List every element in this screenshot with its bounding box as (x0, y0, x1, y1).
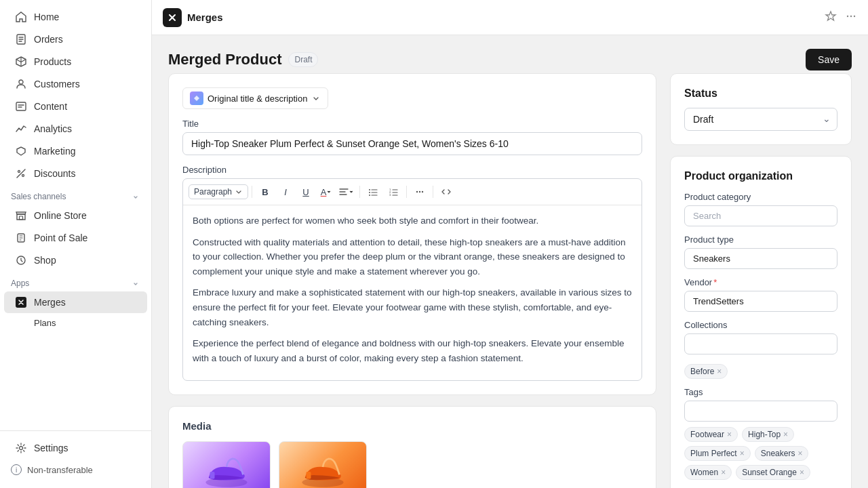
topbar-title: Merges (187, 12, 223, 23)
more-formatting-button[interactable] (410, 183, 429, 201)
tag-footwear-remove[interactable]: × (727, 430, 732, 439)
info-icon: i (11, 464, 22, 475)
sidebar-item-discounts[interactable]: Discounts (4, 163, 147, 184)
tag-sneakers: Sneakers × (755, 446, 809, 461)
toolbar-separator-4 (433, 186, 433, 198)
sidebar-item-shop[interactable]: Shop (4, 249, 147, 271)
category-search-input[interactable] (684, 205, 837, 226)
sidebar-item-merges[interactable]: Merges (4, 291, 147, 313)
toolbar-separator-2 (359, 186, 360, 198)
settings-icon (15, 442, 27, 454)
content-para-1: Both options are perfect for women who s… (193, 214, 632, 228)
right-column: Status Draft Active Product organization… (670, 73, 852, 488)
bold-button[interactable]: B (256, 183, 275, 201)
status-select[interactable]: Draft Active (684, 108, 837, 131)
underline-button[interactable]: U (296, 183, 315, 201)
collections-label: Collections (684, 320, 837, 330)
title-field-label: Title (182, 119, 642, 129)
collections-input[interactable] (684, 333, 837, 354)
tag-women-remove[interactable]: × (721, 468, 726, 476)
toolbar-select-label: Original title & description (208, 94, 307, 104)
sidebar-item-point-of-sale[interactable]: Point of Sale (4, 227, 147, 249)
products-icon (15, 56, 27, 68)
description-field-group: Description Paragraph B I U (182, 165, 642, 381)
tags-input[interactable] (684, 401, 837, 422)
pos-icon (15, 232, 27, 244)
sidebar-item-orders[interactable]: Orders (4, 28, 147, 50)
bullet-list-button[interactable] (363, 183, 382, 201)
marketing-icon (15, 145, 27, 157)
editor-card: Original title & description Title Descr… (168, 73, 656, 395)
before-tag-remove[interactable]: × (717, 367, 722, 375)
before-tag: Before × (684, 364, 728, 379)
title-description-select[interactable]: Original title & description (182, 87, 328, 109)
sidebar-item-analytics[interactable]: Analytics (4, 118, 147, 140)
italic-button[interactable]: I (276, 183, 295, 201)
sidebar: Home Orders Products Customers Content (0, 0, 152, 488)
tag-high-top-remove[interactable]: × (783, 430, 788, 439)
content-para-3: Embrace luxury and make a sophisticated … (193, 285, 632, 329)
tag-sunset-orange-remove[interactable]: × (800, 468, 804, 476)
media-grid (182, 441, 642, 488)
tag-women: Women × (684, 465, 732, 480)
text-color-button[interactable]: A (317, 183, 336, 201)
sidebar-item-customers[interactable]: Customers (4, 73, 147, 95)
status-select-wrapper: Draft Active (684, 108, 837, 131)
media-thumbnail-2[interactable] (279, 441, 367, 488)
left-column: Original title & description Title Descr… (168, 73, 656, 488)
page-title: Merged Product (168, 51, 281, 68)
main-area: Merges Merged Product Draft Save (152, 0, 868, 488)
topbar: Merges (152, 0, 868, 35)
tag-sneakers-remove[interactable]: × (797, 449, 802, 458)
sidebar-item-marketing[interactable]: Marketing (4, 140, 147, 162)
sidebar-subitem-plans[interactable]: Plans (4, 314, 147, 332)
content-wrapper: Merged Product Draft Save Original (152, 35, 868, 488)
collections-tags: Before × (684, 360, 837, 379)
sidebar-item-content[interactable]: Content (4, 96, 147, 117)
shop-icon (15, 254, 27, 266)
sidebar-item-online-store[interactable]: Online Store (4, 205, 147, 226)
page-header: Merged Product Draft Save (152, 35, 868, 73)
sidebar-item-products-label: Products (34, 56, 71, 67)
status-card: Status Draft Active (670, 73, 852, 145)
toolbar-separator (252, 186, 252, 198)
svg-rect-5 (20, 216, 23, 220)
home-icon (15, 11, 27, 23)
tag-high-top: High-Top × (742, 427, 794, 442)
page-header-left: Merged Product Draft (168, 51, 318, 68)
code-button[interactable] (437, 183, 456, 201)
product-category-field: Product category (684, 192, 837, 226)
status-badge: Draft (288, 52, 318, 67)
sidebar-item-shop-label: Shop (34, 255, 56, 266)
sidebar-item-pos-label: Point of Sale (34, 232, 87, 243)
diamond-icon (190, 92, 203, 105)
before-tag-label: Before (690, 367, 714, 376)
status-title: Status (684, 87, 837, 100)
more-options-icon[interactable] (845, 10, 857, 24)
sidebar-item-analytics-label: Analytics (34, 123, 72, 134)
save-button[interactable]: Save (806, 49, 852, 70)
title-input[interactable] (182, 132, 642, 155)
tags-list: Footwear × High-Top × Plum Perfect × (684, 427, 837, 480)
content-para-2: Constructed with quality materials and a… (193, 235, 632, 279)
media-thumbnail-1[interactable] (182, 441, 271, 488)
tag-plum-perfect-remove[interactable]: × (740, 449, 745, 458)
store-icon (15, 209, 27, 222)
vendor-input[interactable] (684, 291, 837, 312)
non-transferable-item[interactable]: i Non-transferable (0, 460, 151, 480)
sidebar-item-home[interactable]: Home (4, 6, 147, 28)
product-type-input[interactable] (684, 248, 837, 269)
sidebar-item-customers-label: Customers (34, 79, 80, 89)
sidebar-item-products[interactable]: Products (4, 51, 147, 73)
pin-icon[interactable] (825, 10, 837, 24)
app-logo (163, 8, 182, 27)
non-transferable-label: Non-transferable (27, 465, 93, 475)
sidebar-item-home-label: Home (34, 12, 59, 22)
product-type-field: Product type (684, 235, 837, 269)
sidebar-item-settings[interactable]: Settings (4, 437, 147, 459)
editor-content-area[interactable]: Both options are perfect for women who s… (183, 205, 642, 380)
paragraph-select[interactable]: Paragraph (189, 184, 248, 199)
ordered-list-button[interactable]: 1.2.3. (384, 183, 403, 201)
apps-label: Apps (0, 272, 151, 291)
align-button[interactable] (337, 183, 356, 201)
